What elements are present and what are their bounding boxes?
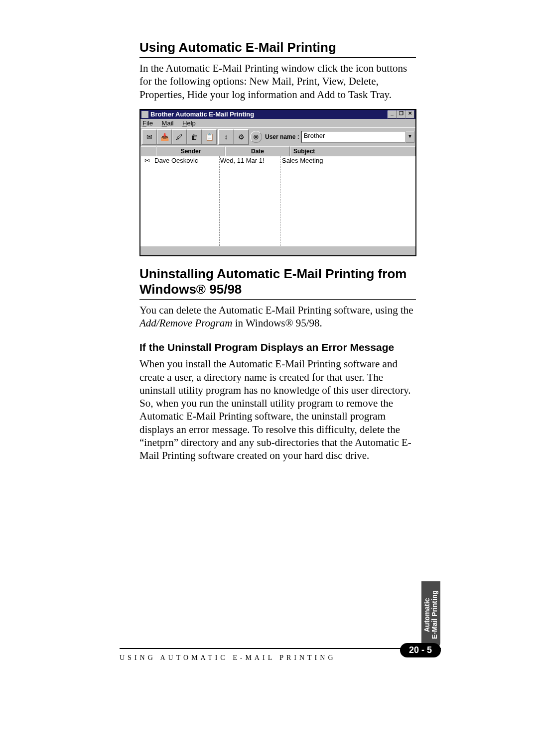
toolbar-properties-button[interactable]: 📋 — [202, 129, 217, 144]
para-error: When you install the Automatic E-Mail Pr… — [139, 357, 416, 462]
app-icon — [141, 111, 148, 118]
toolbar-newmail-button[interactable]: ✉ — [142, 129, 157, 144]
text-em: Add/Remove Program — [139, 317, 232, 329]
col-sender[interactable]: Sender — [156, 146, 225, 156]
page-number: 20 - 5 — [400, 643, 441, 657]
window-title: Brother Automatic E-Mail Printing — [150, 110, 254, 118]
para-using: In the Automatic E-Mail Printing window … — [139, 62, 416, 101]
toolbar-delete-button[interactable]: 🗑 — [187, 129, 202, 144]
menu-mail[interactable]: Mail — [162, 119, 174, 127]
cell-date: Wed, 11 Mar 1! — [220, 157, 281, 164]
maximize-button[interactable]: ❐ — [397, 110, 405, 118]
menu-file[interactable]: File — [142, 119, 153, 127]
message-list: ✉ Dave Oeskovic Wed, 11 Mar 1! Sales Mee… — [140, 156, 415, 246]
toolbar-tasktray-button[interactable]: ⚙ — [234, 129, 249, 144]
column-headers: Sender Date Subject — [140, 146, 415, 156]
footer-running-head: USING AUTOMATIC E-MAIL PRINTING — [120, 654, 336, 662]
menu-help[interactable]: Help — [182, 119, 196, 127]
cell-sender: Dave Oeskovic — [153, 157, 220, 164]
heading-using: Using Automatic E-Mail Printing — [139, 40, 416, 58]
toolbar-view-button[interactable]: 🖊 — [172, 129, 187, 144]
window-titlebar: Brother Automatic E-Mail Printing _ ❐ ✕ — [140, 110, 415, 119]
list-item[interactable]: ✉ Dave Oeskovic Wed, 11 Mar 1! Sales Mee… — [140, 156, 415, 165]
heading-uninstall: Uninstalling Automatic E-Mail Printing f… — [139, 266, 416, 300]
close-button[interactable]: ✕ — [405, 110, 414, 118]
col-subject[interactable]: Subject — [290, 146, 415, 156]
cell-subject: Sales Meeting — [281, 157, 415, 164]
status-bar — [140, 246, 415, 255]
text: You can delete the Automatic E-Mail Prin… — [139, 304, 413, 316]
menu-bar: File Mail Help — [140, 119, 415, 127]
toolbar-stop-button[interactable]: ⊗ — [250, 131, 262, 143]
toolbar-print-button[interactable]: 📥 — [157, 129, 172, 144]
username-dropdown-button[interactable]: ▼ — [405, 131, 414, 143]
toolbar-hidelog-button[interactable]: ↕ — [219, 129, 234, 144]
para-uninstall: You can delete the Automatic E-Mail Prin… — [139, 304, 416, 330]
footer: USING AUTOMATIC E-MAIL PRINTING 20 - 5 — [120, 648, 441, 669]
toolbar: ✉ 📥 🖊 🗑 📋 ↕ ⚙ ⊗ User name : Brother ▼ — [140, 127, 415, 146]
mail-icon: ✉ — [140, 157, 153, 164]
username-label: User name : — [265, 133, 299, 140]
username-input[interactable]: Brother — [301, 131, 405, 143]
heading-error: If the Uninstall Program Displays an Err… — [139, 341, 416, 353]
app-window: Brother Automatic E-Mail Printing _ ❐ ✕ … — [139, 109, 416, 256]
col-icon[interactable] — [140, 146, 156, 156]
minimize-button[interactable]: _ — [388, 110, 397, 118]
col-date[interactable]: Date — [225, 146, 290, 156]
text: in Windows® 95/98. — [232, 317, 322, 329]
side-tab: Automatic E-Mail Printing — [421, 581, 440, 648]
